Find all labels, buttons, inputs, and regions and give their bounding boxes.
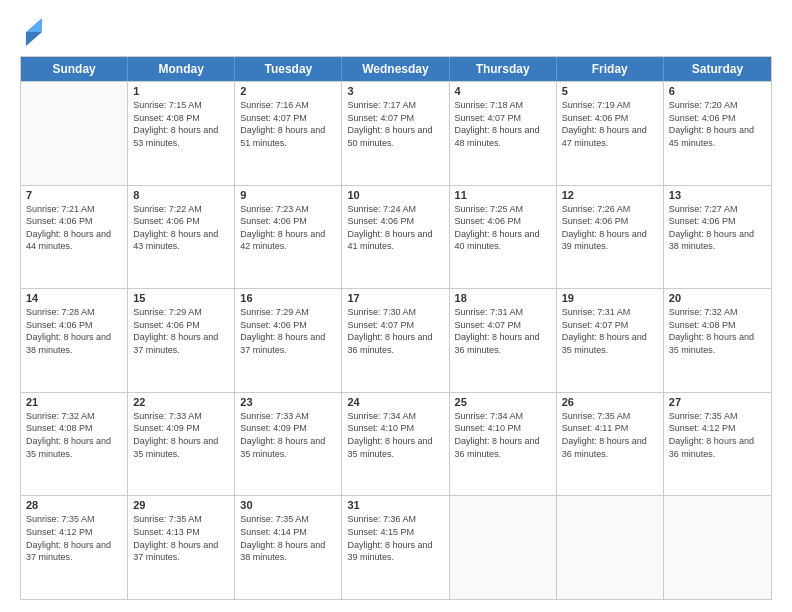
calendar-cell: 18Sunrise: 7:31 AMSunset: 4:07 PMDayligh… [450, 289, 557, 392]
day-info: Sunrise: 7:33 AMSunset: 4:09 PMDaylight:… [133, 410, 229, 460]
day-number: 25 [455, 396, 551, 408]
day-info: Sunrise: 7:18 AMSunset: 4:07 PMDaylight:… [455, 99, 551, 149]
day-number: 12 [562, 189, 658, 201]
header-day-sunday: Sunday [21, 57, 128, 81]
calendar-cell: 15Sunrise: 7:29 AMSunset: 4:06 PMDayligh… [128, 289, 235, 392]
header-day-wednesday: Wednesday [342, 57, 449, 81]
svg-marker-0 [26, 32, 42, 46]
calendar-cell [450, 496, 557, 599]
day-number: 11 [455, 189, 551, 201]
header-day-monday: Monday [128, 57, 235, 81]
day-info: Sunrise: 7:23 AMSunset: 4:06 PMDaylight:… [240, 203, 336, 253]
day-number: 2 [240, 85, 336, 97]
day-number: 19 [562, 292, 658, 304]
day-info: Sunrise: 7:25 AMSunset: 4:06 PMDaylight:… [455, 203, 551, 253]
day-info: Sunrise: 7:32 AMSunset: 4:08 PMDaylight:… [669, 306, 766, 356]
day-info: Sunrise: 7:35 AMSunset: 4:12 PMDaylight:… [26, 513, 122, 563]
calendar-cell: 19Sunrise: 7:31 AMSunset: 4:07 PMDayligh… [557, 289, 664, 392]
day-number: 1 [133, 85, 229, 97]
day-info: Sunrise: 7:36 AMSunset: 4:15 PMDaylight:… [347, 513, 443, 563]
day-info: Sunrise: 7:27 AMSunset: 4:06 PMDaylight:… [669, 203, 766, 253]
day-number: 8 [133, 189, 229, 201]
calendar-cell: 29Sunrise: 7:35 AMSunset: 4:13 PMDayligh… [128, 496, 235, 599]
calendar-body: 1Sunrise: 7:15 AMSunset: 4:08 PMDaylight… [21, 81, 771, 599]
calendar-cell: 12Sunrise: 7:26 AMSunset: 4:06 PMDayligh… [557, 186, 664, 289]
day-number: 24 [347, 396, 443, 408]
day-info: Sunrise: 7:34 AMSunset: 4:10 PMDaylight:… [347, 410, 443, 460]
calendar-cell: 2Sunrise: 7:16 AMSunset: 4:07 PMDaylight… [235, 82, 342, 185]
calendar-row-1: 7Sunrise: 7:21 AMSunset: 4:06 PMDaylight… [21, 185, 771, 289]
calendar-cell: 5Sunrise: 7:19 AMSunset: 4:06 PMDaylight… [557, 82, 664, 185]
day-number: 29 [133, 499, 229, 511]
calendar-cell: 14Sunrise: 7:28 AMSunset: 4:06 PMDayligh… [21, 289, 128, 392]
day-number: 17 [347, 292, 443, 304]
day-number: 4 [455, 85, 551, 97]
day-info: Sunrise: 7:26 AMSunset: 4:06 PMDaylight:… [562, 203, 658, 253]
day-info: Sunrise: 7:19 AMSunset: 4:06 PMDaylight:… [562, 99, 658, 149]
calendar-cell: 13Sunrise: 7:27 AMSunset: 4:06 PMDayligh… [664, 186, 771, 289]
page: SundayMondayTuesdayWednesdayThursdayFrid… [0, 0, 792, 612]
day-info: Sunrise: 7:29 AMSunset: 4:06 PMDaylight:… [133, 306, 229, 356]
logo [20, 18, 44, 48]
calendar-cell: 16Sunrise: 7:29 AMSunset: 4:06 PMDayligh… [235, 289, 342, 392]
day-info: Sunrise: 7:15 AMSunset: 4:08 PMDaylight:… [133, 99, 229, 149]
day-info: Sunrise: 7:22 AMSunset: 4:06 PMDaylight:… [133, 203, 229, 253]
calendar-cell: 23Sunrise: 7:33 AMSunset: 4:09 PMDayligh… [235, 393, 342, 496]
calendar-cell: 6Sunrise: 7:20 AMSunset: 4:06 PMDaylight… [664, 82, 771, 185]
calendar-cell: 20Sunrise: 7:32 AMSunset: 4:08 PMDayligh… [664, 289, 771, 392]
day-number: 23 [240, 396, 336, 408]
day-number: 14 [26, 292, 122, 304]
day-info: Sunrise: 7:35 AMSunset: 4:14 PMDaylight:… [240, 513, 336, 563]
header-day-tuesday: Tuesday [235, 57, 342, 81]
calendar-cell: 28Sunrise: 7:35 AMSunset: 4:12 PMDayligh… [21, 496, 128, 599]
calendar-cell: 25Sunrise: 7:34 AMSunset: 4:10 PMDayligh… [450, 393, 557, 496]
day-info: Sunrise: 7:34 AMSunset: 4:10 PMDaylight:… [455, 410, 551, 460]
calendar-cell: 31Sunrise: 7:36 AMSunset: 4:15 PMDayligh… [342, 496, 449, 599]
calendar-row-3: 21Sunrise: 7:32 AMSunset: 4:08 PMDayligh… [21, 392, 771, 496]
day-info: Sunrise: 7:24 AMSunset: 4:06 PMDaylight:… [347, 203, 443, 253]
day-number: 5 [562, 85, 658, 97]
day-number: 21 [26, 396, 122, 408]
day-number: 13 [669, 189, 766, 201]
calendar-cell: 3Sunrise: 7:17 AMSunset: 4:07 PMDaylight… [342, 82, 449, 185]
day-number: 27 [669, 396, 766, 408]
calendar-cell: 1Sunrise: 7:15 AMSunset: 4:08 PMDaylight… [128, 82, 235, 185]
day-info: Sunrise: 7:32 AMSunset: 4:08 PMDaylight:… [26, 410, 122, 460]
day-number: 30 [240, 499, 336, 511]
calendar-row-0: 1Sunrise: 7:15 AMSunset: 4:08 PMDaylight… [21, 81, 771, 185]
day-number: 10 [347, 189, 443, 201]
calendar-cell: 4Sunrise: 7:18 AMSunset: 4:07 PMDaylight… [450, 82, 557, 185]
day-info: Sunrise: 7:31 AMSunset: 4:07 PMDaylight:… [562, 306, 658, 356]
calendar-cell [21, 82, 128, 185]
header-day-friday: Friday [557, 57, 664, 81]
calendar-cell [557, 496, 664, 599]
day-info: Sunrise: 7:35 AMSunset: 4:12 PMDaylight:… [669, 410, 766, 460]
calendar-cell: 26Sunrise: 7:35 AMSunset: 4:11 PMDayligh… [557, 393, 664, 496]
calendar-cell: 21Sunrise: 7:32 AMSunset: 4:08 PMDayligh… [21, 393, 128, 496]
calendar-cell: 17Sunrise: 7:30 AMSunset: 4:07 PMDayligh… [342, 289, 449, 392]
day-info: Sunrise: 7:20 AMSunset: 4:06 PMDaylight:… [669, 99, 766, 149]
header [20, 18, 772, 48]
day-info: Sunrise: 7:17 AMSunset: 4:07 PMDaylight:… [347, 99, 443, 149]
calendar-cell: 9Sunrise: 7:23 AMSunset: 4:06 PMDaylight… [235, 186, 342, 289]
calendar-cell: 30Sunrise: 7:35 AMSunset: 4:14 PMDayligh… [235, 496, 342, 599]
calendar-row-2: 14Sunrise: 7:28 AMSunset: 4:06 PMDayligh… [21, 288, 771, 392]
calendar-cell: 8Sunrise: 7:22 AMSunset: 4:06 PMDaylight… [128, 186, 235, 289]
day-info: Sunrise: 7:35 AMSunset: 4:13 PMDaylight:… [133, 513, 229, 563]
day-info: Sunrise: 7:16 AMSunset: 4:07 PMDaylight:… [240, 99, 336, 149]
calendar: SundayMondayTuesdayWednesdayThursdayFrid… [20, 56, 772, 600]
day-number: 9 [240, 189, 336, 201]
calendar-cell: 10Sunrise: 7:24 AMSunset: 4:06 PMDayligh… [342, 186, 449, 289]
day-number: 26 [562, 396, 658, 408]
day-number: 22 [133, 396, 229, 408]
day-info: Sunrise: 7:30 AMSunset: 4:07 PMDaylight:… [347, 306, 443, 356]
day-number: 6 [669, 85, 766, 97]
day-info: Sunrise: 7:28 AMSunset: 4:06 PMDaylight:… [26, 306, 122, 356]
day-number: 16 [240, 292, 336, 304]
day-number: 28 [26, 499, 122, 511]
calendar-cell [664, 496, 771, 599]
day-number: 18 [455, 292, 551, 304]
calendar-row-4: 28Sunrise: 7:35 AMSunset: 4:12 PMDayligh… [21, 495, 771, 599]
header-day-thursday: Thursday [450, 57, 557, 81]
day-info: Sunrise: 7:31 AMSunset: 4:07 PMDaylight:… [455, 306, 551, 356]
